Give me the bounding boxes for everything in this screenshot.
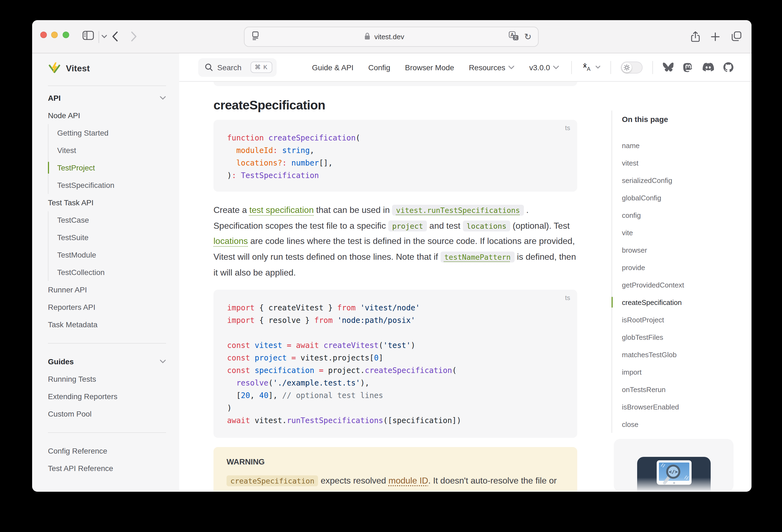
code-line: import { createVitest } from 'vitest/nod…: [227, 302, 564, 314]
github-icon[interactable]: [723, 62, 734, 72]
sidebar-item-running-tests[interactable]: Running Tests: [48, 370, 166, 388]
sidebar-item-extending-reporters[interactable]: Extending Reporters: [48, 388, 166, 405]
sidebar-section-guides[interactable]: Guides: [48, 353, 166, 370]
sidebar-item-testproject[interactable]: TestProject: [48, 159, 166, 176]
sidebar-dropdown-chevron-icon[interactable]: [101, 34, 107, 39]
screenshot-stage: vitest.dev A文 ↻ V: [0, 0, 782, 532]
code-line: [20, 40], // optional test lines: [227, 389, 564, 401]
toc-item-provide[interactable]: provide: [622, 259, 735, 276]
nav-item-guide-api[interactable]: Guide & API: [312, 63, 354, 72]
sidebar-item-testmodule[interactable]: TestModule: [48, 246, 166, 263]
sidebar-item-node-api[interactable]: Node API: [48, 107, 166, 124]
sidebar-item-testspecification[interactable]: TestSpecification: [48, 176, 166, 194]
bluesky-icon[interactable]: [663, 62, 674, 72]
chevron-down-icon: [159, 96, 166, 100]
nav-item-resources[interactable]: Resources: [469, 63, 514, 72]
toc-item-createspecification[interactable]: createSpecification: [622, 293, 735, 311]
reload-icon[interactable]: ↻: [524, 32, 532, 41]
nav-item-browser-mode[interactable]: Browser Mode: [405, 63, 454, 72]
sidebar-item-vitest[interactable]: Vitest: [48, 142, 166, 159]
share-icon[interactable]: [690, 31, 700, 42]
toc-item-getprovidedcontext[interactable]: getProvidedContext: [622, 276, 735, 293]
tab-overview-icon[interactable]: [731, 31, 742, 41]
new-tab-icon[interactable]: [711, 32, 720, 41]
toc-item-import[interactable]: import: [622, 363, 735, 381]
toc-item-config[interactable]: config: [622, 206, 735, 224]
sponsor-card[interactable]: </>: [614, 439, 734, 491]
inline-code-project: project: [388, 220, 427, 231]
toc-item-globtestfiles[interactable]: globTestFiles: [622, 328, 735, 346]
navbar-separator: [610, 61, 611, 74]
sun-icon: [624, 64, 630, 71]
sidebar-item-test-api-reference[interactable]: Test API Reference: [48, 460, 166, 477]
sidebar-divider: [48, 432, 166, 433]
mastodon-icon[interactable]: [683, 62, 693, 73]
toc-item-serializedconfig[interactable]: serializedConfig: [622, 172, 735, 189]
toc-item-close[interactable]: close: [622, 416, 735, 433]
chevron-down-icon: [553, 65, 559, 69]
toc-item-vite[interactable]: vite: [622, 224, 735, 241]
svg-text:A: A: [587, 66, 591, 72]
code-line: [227, 326, 564, 339]
back-button[interactable]: [112, 31, 118, 42]
close-window-button[interactable]: [40, 32, 46, 38]
link-test-specification[interactable]: test specification: [249, 205, 314, 215]
nav-item-config[interactable]: Config: [368, 63, 390, 72]
maximize-window-button[interactable]: [62, 32, 69, 38]
sidebar-toggle-icon[interactable]: [82, 31, 94, 40]
page-content: createSpecification ts function createSp…: [179, 82, 751, 491]
code-link-testnamepattern[interactable]: testNamePattern: [440, 252, 514, 262]
sidebar-group: TestCaseTestSuiteTestModuleTestCollectio…: [48, 211, 166, 281]
text-run: Create a: [213, 205, 249, 215]
code-line: const specification = project.createSpec…: [227, 364, 564, 377]
address-bar[interactable]: vitest.dev A文 ↻: [244, 27, 539, 47]
sidebar-item-config-reference[interactable]: Config Reference: [48, 442, 166, 460]
toc-item-browser[interactable]: browser: [622, 241, 735, 259]
code-line: ): TestSpecification: [227, 169, 564, 182]
translate-icon[interactable]: A文: [508, 31, 519, 43]
nav-item-v3-0-0[interactable]: v3.0.0: [529, 63, 559, 72]
theme-toggle[interactable]: [621, 61, 643, 73]
sidebar-item-runner-api[interactable]: Runner API: [48, 281, 166, 298]
sidebar-item-reporters-api[interactable]: Reporters API: [48, 298, 166, 316]
minimize-window-button[interactable]: [51, 32, 58, 38]
code-line: import { resolve } from 'node:path/posix…: [227, 314, 564, 326]
sidebar-item-task-metadata[interactable]: Task Metadata: [48, 316, 166, 333]
forward-button[interactable]: [131, 31, 137, 42]
navbar-separator: [652, 61, 653, 74]
toc-item-isbrowserenabled[interactable]: isBrowserEnabled: [622, 398, 735, 416]
link-locations[interactable]: locations: [213, 237, 248, 246]
search-kbd: ⌘ K: [250, 62, 272, 73]
discord-icon[interactable]: [703, 63, 714, 72]
code-line: locations?: number[],: [227, 157, 564, 169]
toc-item-name[interactable]: name: [622, 137, 735, 154]
text-run: and test: [427, 221, 463, 230]
sidebar-item-testsuite[interactable]: TestSuite: [48, 229, 166, 246]
language-menu[interactable]: ẋA: [581, 62, 601, 72]
description-paragraph: Create a test specification that can be …: [213, 203, 577, 281]
sidebar-section-api[interactable]: API: [48, 89, 166, 107]
sponsor-image: </>: [637, 457, 711, 491]
search-button[interactable]: Search ⌘ K: [198, 58, 277, 76]
sidebar-item-getting-started[interactable]: Getting Started: [48, 124, 166, 142]
code-line: const vitest = await createVitest('test'…: [227, 339, 564, 352]
sidebar-item-testcase[interactable]: TestCase: [48, 211, 166, 229]
code-line: function createSpecification(: [227, 132, 564, 144]
sidebar-item-test-task-api[interactable]: Test Task API: [48, 194, 166, 211]
vitest-logo[interactable]: Vitest: [48, 62, 166, 75]
sidebar-item-testcollection[interactable]: TestCollection: [48, 263, 166, 281]
toc-item-matchestestglob[interactable]: matchesTestGlob: [622, 346, 735, 363]
toc-item-vitest[interactable]: vitest: [622, 154, 735, 172]
code-line: ): [227, 401, 564, 414]
code-link-vitest-runtestspecifications[interactable]: vitest.runTestSpecifications: [392, 205, 524, 216]
toc-item-globalconfig[interactable]: globalConfig: [622, 189, 735, 206]
code-line: await vitest.runTestSpecifications([spec…: [227, 414, 564, 427]
code-line: resolve('./example.test.ts'),: [227, 377, 564, 389]
link-module-id[interactable]: module ID: [389, 476, 428, 485]
sidebar-item-custom-pool[interactable]: Custom Pool: [48, 405, 166, 423]
signature-code-block: ts function createSpecification( moduleI…: [213, 120, 577, 192]
text-run: expects resolved: [318, 476, 389, 485]
reader-view-icon[interactable]: [251, 31, 260, 42]
toc-item-ontestsrerun[interactable]: onTestsRerun: [622, 381, 735, 398]
toc-item-isrootproject[interactable]: isRootProject: [622, 311, 735, 328]
